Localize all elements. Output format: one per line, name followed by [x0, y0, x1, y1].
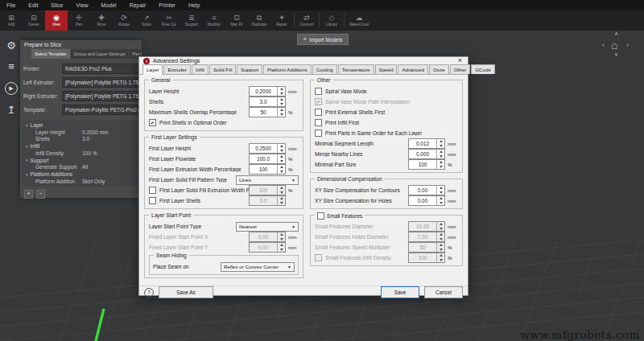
delete-button[interactable]: ⊟Delete — [23, 10, 45, 31]
rotate-button[interactable]: ⟳Rotate — [113, 10, 135, 31]
xy-compensation-contours-spinner[interactable]: 0.00 — [408, 185, 445, 195]
tab-infill[interactable]: Infill — [192, 64, 208, 74]
help-icon[interactable]: ? — [144, 288, 154, 298]
menu-help[interactable]: Help — [182, 2, 206, 8]
add-button[interactable]: ⊞Add — [0, 10, 23, 31]
view-button[interactable]: ◉View — [45, 10, 68, 31]
dialog-titlebar[interactable]: i Advanced Settings × — [139, 57, 468, 64]
menu-edit[interactable]: Edit — [22, 2, 44, 8]
menu-repair[interactable]: Repair — [123, 2, 153, 8]
scale-button[interactable]: ↗Scale — [135, 10, 158, 31]
printer-select[interactable]: RAISE3D Pro2 Plus — [62, 64, 142, 74]
tab-layer[interactable]: Layer — [142, 64, 163, 75]
nav-down-chevron-icon[interactable]: ∨ — [614, 51, 618, 58]
spin-down-icon[interactable] — [437, 165, 444, 170]
tab-solid-fill[interactable]: Solid Fill — [209, 64, 236, 74]
tab-gcode[interactable]: GCode — [471, 64, 495, 74]
wrench-icon[interactable]: ⚙ — [6, 40, 16, 51]
spin-down-icon[interactable] — [437, 201, 444, 206]
template-select[interactable]: Polymaker-Polylite PETG-Pro2-Standard-ex… — [62, 105, 142, 115]
tab-platform-additions[interactable]: Platform Additions — [263, 64, 312, 74]
minimal-segment-length-spinner[interactable]: 0.012 — [408, 138, 445, 149]
save-button[interactable]: Save — [381, 286, 419, 298]
xy-compensation-holes-spinner[interactable]: 0.00 — [408, 195, 445, 206]
tree-group-layer[interactable]: ▾Layer — [23, 121, 139, 129]
library-button[interactable]: ◇Library — [320, 10, 343, 31]
left-extruder-select[interactable]: [Polymaker] Polylite PETG 1.75mm (1 temp… — [62, 77, 142, 88]
spin-down-icon[interactable] — [278, 102, 285, 107]
import-models-button[interactable]: + Import Models — [297, 34, 349, 45]
small-features-checkbox-icon[interactable] — [317, 212, 324, 220]
menu-slice[interactable]: Slice — [44, 2, 69, 8]
duplicate-button[interactable]: ⧉Duplicate — [248, 10, 270, 31]
spin-down-icon[interactable] — [278, 113, 285, 117]
spin-down-icon[interactable] — [278, 159, 285, 164]
checkbox-unchecked-icon[interactable] — [149, 197, 156, 204]
tab-ooze[interactable]: Ooze — [429, 64, 449, 74]
checkbox-unchecked-icon[interactable] — [315, 88, 322, 95]
first-layer-extrusion-width-spinner[interactable]: 100 — [249, 164, 286, 175]
place-seam-dropdown[interactable]: Reflex or Convex Corner▼ — [221, 262, 295, 272]
max-fit-button[interactable]: ⊡Max Fit — [225, 10, 248, 31]
tab-speed[interactable]: Speed — [375, 64, 398, 74]
repair-button[interactable]: ✦Repair — [270, 10, 293, 31]
tree-group-support[interactable]: ▾Support — [23, 157, 139, 164]
support-button[interactable]: ≣Support — [180, 10, 203, 31]
nav-left-chevron-icon[interactable]: ‹ — [602, 41, 605, 49]
start-slice-icon[interactable]: ▶ — [5, 82, 18, 95]
view-navigation-widget[interactable]: ∧ ‹ ⌂ › ∨ — [597, 32, 636, 61]
tree-group-platform-additions[interactable]: ▾Platform Additions — [23, 170, 139, 178]
spin-down-icon[interactable] — [278, 149, 285, 154]
menu-view[interactable]: View — [70, 2, 95, 8]
checkbox-checked-icon[interactable] — [149, 119, 156, 126]
max-shells-overlap-spinner[interactable]: 50 — [249, 107, 286, 117]
first-layer-pattern-dropdown[interactable]: Lines▼ — [236, 175, 299, 185]
tree-group-infill[interactable]: ▾Infill — [23, 142, 139, 150]
checkbox-unchecked-icon[interactable] — [315, 109, 322, 116]
checkbox-unchecked-icon[interactable] — [315, 119, 322, 126]
remove-template-button[interactable]: − — [36, 190, 45, 199]
tab-group-layer-settings[interactable]: Group and Layer Settings — [71, 49, 129, 59]
first-layer-height-spinner[interactable]: 0.2500 — [249, 143, 286, 154]
first-layer-flowrate-spinner[interactable]: 100.0 — [249, 154, 286, 164]
minimal-part-size-spinner[interactable]: 100 — [408, 159, 445, 170]
checkbox-unchecked-icon[interactable] — [149, 187, 156, 194]
menu-printer[interactable]: Printer — [152, 2, 182, 8]
menu-model[interactable]: Model — [95, 2, 123, 8]
tab-temperature[interactable]: Temperature — [338, 64, 374, 74]
home-view-icon[interactable]: ⌂ — [611, 39, 617, 51]
layer-start-type-dropdown[interactable]: Nearest▼ — [236, 222, 299, 232]
right-extruder-select[interactable]: [Polymaker] Polylite PETG 1.75mm — [62, 91, 142, 101]
tab-advanced[interactable]: Advanced — [398, 64, 428, 74]
nav-up-chevron-icon[interactable]: ∧ — [614, 31, 618, 37]
tab-support[interactable]: Support — [237, 64, 262, 74]
menu-file[interactable]: File — [0, 2, 22, 8]
raisecloud-button[interactable]: ☁RaiseCloud — [345, 10, 373, 31]
tab-extruder[interactable]: Extruder — [163, 64, 190, 74]
move-button[interactable]: ✚Move — [90, 10, 113, 31]
cancel-button[interactable]: Cancel — [424, 286, 463, 298]
spin-down-icon[interactable] — [437, 191, 444, 195]
save-as-button[interactable]: Save As — [159, 286, 213, 298]
tab-other[interactable]: Other — [450, 64, 470, 74]
merge-nearby-lines-spinner[interactable]: 0.000 — [408, 149, 445, 159]
nav-right-chevron-icon[interactable]: › — [626, 41, 629, 49]
spin-down-icon[interactable] — [278, 170, 285, 175]
spin-down-icon[interactable] — [437, 154, 444, 159]
layer-height-spinner[interactable]: 0.2000 — [249, 86, 286, 97]
spin-down-icon[interactable] — [437, 144, 444, 149]
tab-cooling[interactable]: Cooling — [312, 64, 337, 74]
modifier-button[interactable]: ≡Modifier — [203, 10, 225, 31]
plus-icon: + — [303, 36, 308, 43]
pan-button[interactable]: ✛Pan — [68, 10, 90, 31]
export-upload-icon[interactable]: ↥ — [7, 105, 16, 116]
free-cut-button[interactable]: ✂Free Cut — [158, 10, 180, 31]
spin-down-icon[interactable] — [278, 92, 285, 97]
settings-list-icon[interactable]: ≡ — [8, 61, 14, 72]
connect-button[interactable]: ⇄Connect — [295, 10, 318, 31]
checkbox-unchecked-icon[interactable] — [315, 129, 322, 137]
shells-spinner[interactable]: 3.0 — [249, 97, 286, 107]
add-template-button[interactable]: + — [24, 190, 33, 199]
tab-select-template[interactable]: Select Template — [31, 49, 70, 59]
close-icon[interactable]: × — [456, 57, 464, 64]
